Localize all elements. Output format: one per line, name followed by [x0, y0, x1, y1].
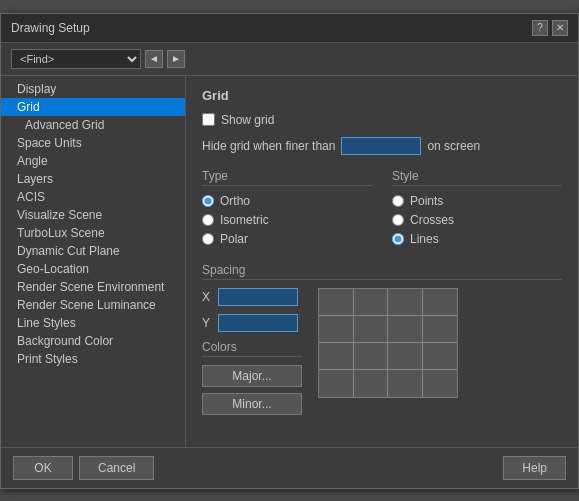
on-screen-label: on screen — [427, 139, 480, 153]
grid-cell — [388, 289, 423, 316]
sidebar-item-display[interactable]: Display — [1, 80, 185, 98]
type-polar-row: Polar — [202, 232, 372, 246]
style-crosses-radio[interactable] — [392, 214, 404, 226]
grid-cell — [388, 370, 423, 397]
style-crosses-label: Crosses — [410, 213, 454, 227]
type-section: Type Ortho Isometric Polar — [202, 169, 372, 251]
type-section-title: Type — [202, 169, 372, 186]
grid-cell — [423, 343, 458, 370]
grid-cell — [388, 343, 423, 370]
spacing-grid-area: X 0.5 in Y 0.5 in Colors Major... — [202, 288, 562, 423]
type-isometric-radio[interactable] — [202, 214, 214, 226]
grid-cell — [319, 343, 354, 370]
grid-cell — [319, 289, 354, 316]
type-polar-radio[interactable] — [202, 233, 214, 245]
main-area: DisplayGridAdvanced GridSpace UnitsAngle… — [1, 76, 578, 447]
grid-cell — [423, 316, 458, 343]
sidebar-item-angle[interactable]: Angle — [1, 152, 185, 170]
hide-grid-row: Hide grid when finer than 0.0625 in on s… — [202, 137, 562, 155]
style-points-row: Points — [392, 194, 562, 208]
right-panel: Grid Show grid Hide grid when finer than… — [186, 76, 578, 447]
color-buttons: Major... Minor... — [202, 365, 302, 415]
show-grid-label: Show grid — [221, 113, 274, 127]
y-input[interactable]: 0.5 in — [218, 314, 298, 332]
grid-cell — [354, 289, 389, 316]
type-isometric-row: Isometric — [202, 213, 372, 227]
sidebar: DisplayGridAdvanced GridSpace UnitsAngle… — [1, 76, 186, 447]
colors-section: Colors Major... Minor... — [202, 340, 302, 415]
style-section: Style Points Crosses Lines — [392, 169, 562, 251]
sidebar-item-render-scene-environment[interactable]: Render Scene Environment — [1, 278, 185, 296]
sidebar-item-grid[interactable]: Grid — [1, 98, 185, 116]
sidebar-item-geo-location[interactable]: Geo-Location — [1, 260, 185, 278]
type-ortho-row: Ortho — [202, 194, 372, 208]
cancel-btn[interactable]: Cancel — [79, 456, 154, 480]
x-label: X — [202, 290, 210, 304]
grid-cell — [354, 343, 389, 370]
sidebar-item-print-styles[interactable]: Print Styles — [1, 350, 185, 368]
style-crosses-row: Crosses — [392, 213, 562, 227]
nav-fwd-btn[interactable]: ► — [167, 50, 185, 68]
help-title-btn[interactable]: ? — [532, 20, 548, 36]
bottom-bar: OK Cancel Help — [1, 447, 578, 488]
style-section-title: Style — [392, 169, 562, 186]
grid-cell — [319, 370, 354, 397]
grid-cell — [423, 289, 458, 316]
style-lines-label: Lines — [410, 232, 439, 246]
title-bar: Drawing Setup ? ✕ — [1, 14, 578, 43]
top-bar: <Find> ◄ ► — [1, 43, 578, 76]
y-label: Y — [202, 316, 210, 330]
show-grid-row: Show grid — [202, 113, 562, 127]
type-ortho-label: Ortho — [220, 194, 250, 208]
sidebar-item-turbolux-scene[interactable]: TurboLux Scene — [1, 224, 185, 242]
type-style-area: Type Ortho Isometric Polar — [202, 169, 562, 251]
spacing-x-row: X 0.5 in — [202, 288, 302, 306]
hide-grid-input[interactable]: 0.0625 in — [341, 137, 421, 155]
find-combo[interactable]: <Find> — [11, 49, 141, 69]
dialog-title: Drawing Setup — [11, 21, 90, 35]
sidebar-item-space-units[interactable]: Space Units — [1, 134, 185, 152]
style-points-radio[interactable] — [392, 195, 404, 207]
sidebar-item-advanced-grid[interactable]: Advanced Grid — [1, 116, 185, 134]
spacing-y-row: Y 0.5 in — [202, 314, 302, 332]
grid-preview — [318, 288, 458, 398]
bottom-left: OK Cancel — [13, 456, 154, 480]
help-btn[interactable]: Help — [503, 456, 566, 480]
style-points-label: Points — [410, 194, 443, 208]
type-polar-label: Polar — [220, 232, 248, 246]
style-lines-row: Lines — [392, 232, 562, 246]
title-controls: ? ✕ — [532, 20, 568, 36]
grid-cell — [354, 370, 389, 397]
sidebar-item-layers[interactable]: Layers — [1, 170, 185, 188]
grid-cell — [319, 316, 354, 343]
content-area: <Find> ◄ ► DisplayGridAdvanced GridSpace… — [1, 43, 578, 447]
sidebar-item-line-styles[interactable]: Line Styles — [1, 314, 185, 332]
close-title-btn[interactable]: ✕ — [552, 20, 568, 36]
sidebar-item-visualize-scene[interactable]: Visualize Scene — [1, 206, 185, 224]
sidebar-item-render-scene-luminance[interactable]: Render Scene Luminance — [1, 296, 185, 314]
hide-grid-label: Hide grid when finer than — [202, 139, 335, 153]
spacing-header: Spacing — [202, 263, 562, 280]
spacing-col: X 0.5 in Y 0.5 in Colors Major... — [202, 288, 302, 423]
grid-cell — [354, 316, 389, 343]
sidebar-item-background-color[interactable]: Background Color — [1, 332, 185, 350]
ok-btn[interactable]: OK — [13, 456, 73, 480]
type-ortho-radio[interactable] — [202, 195, 214, 207]
style-lines-radio[interactable] — [392, 233, 404, 245]
colors-title: Colors — [202, 340, 302, 357]
minor-btn[interactable]: Minor... — [202, 393, 302, 415]
grid-cell — [388, 316, 423, 343]
section-title: Grid — [202, 88, 562, 103]
nav-back-btn[interactable]: ◄ — [145, 50, 163, 68]
major-btn[interactable]: Major... — [202, 365, 302, 387]
grid-cell — [423, 370, 458, 397]
drawing-setup-dialog: Drawing Setup ? ✕ <Find> ◄ ► DisplayGrid… — [0, 13, 579, 489]
x-input[interactable]: 0.5 in — [218, 288, 298, 306]
sidebar-item-dynamic-cut-plane[interactable]: Dynamic Cut Plane — [1, 242, 185, 260]
show-grid-checkbox[interactable] — [202, 113, 215, 126]
type-isometric-label: Isometric — [220, 213, 269, 227]
sidebar-item-acis[interactable]: ACIS — [1, 188, 185, 206]
